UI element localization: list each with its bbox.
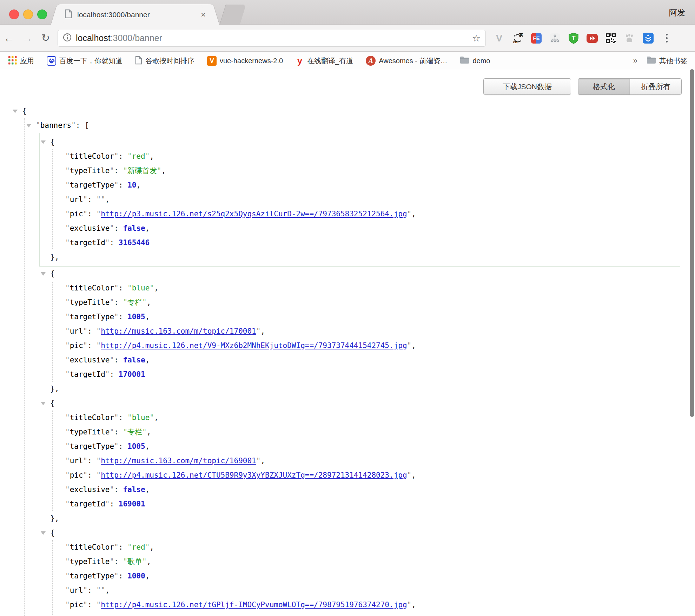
sitemap-icon[interactable]: [549, 33, 561, 44]
json-key: typeTitle: [70, 557, 110, 566]
json-field-row: "titleColor": "blue",: [65, 411, 695, 425]
fullscreen-window-button[interactable]: [37, 9, 47, 19]
json-field-row: "url": "",: [65, 583, 695, 598]
json-quote: ": [65, 457, 70, 465]
json-link[interactable]: http://p4.music.126.net/V9-MXz6b2MNhEKju…: [101, 341, 407, 350]
json-quote: ": [97, 457, 101, 465]
collapse-caret-icon[interactable]: [41, 402, 46, 405]
json-field-row: "pic": "http://p4.music.126.net/CTU5B9R9…: [65, 468, 695, 483]
json-quote: ": [114, 572, 119, 580]
json-quote: ": [110, 224, 114, 232]
json-link[interactable]: http://music.163.com/m/topic/169001: [101, 457, 256, 465]
json-object-open: {: [50, 396, 695, 411]
json-quote: ": [114, 413, 119, 422]
profile-name[interactable]: 阿发: [669, 7, 685, 18]
json-quote: ": [157, 166, 161, 175]
json-quote: ": [97, 601, 101, 609]
json-colon: :: [87, 327, 96, 335]
paw-icon[interactable]: [624, 33, 635, 44]
json-quote: ": [105, 500, 110, 508]
json-colon: :: [87, 457, 96, 465]
format-button[interactable]: 格式化: [578, 79, 630, 94]
json-link[interactable]: http://p4.music.126.net/tGPljf-IMOCyPvum…: [101, 601, 407, 609]
back-button[interactable]: ←: [0, 33, 18, 44]
bookmarks-overflow-chevron[interactable]: »: [633, 56, 637, 65]
bookmark-label: 应用: [20, 56, 34, 66]
bookmark-item[interactable]: AAwesomes - 前端资…: [366, 56, 447, 66]
json-field-row: "targetId": 170001: [65, 367, 695, 382]
json-quote: ": [145, 152, 150, 160]
browser-menu-icon[interactable]: [661, 33, 672, 44]
translate-icon[interactable]: 英en: [512, 33, 523, 44]
json-key: url: [70, 457, 83, 465]
close-window-button[interactable]: [9, 9, 19, 19]
other-bookmarks[interactable]: 其他书签: [647, 56, 687, 66]
json-link[interactable]: http://p4.music.126.net/CTU5B9R9y3XyYBZX…: [101, 471, 407, 479]
vertical-scrollbar-thumb[interactable]: [690, 69, 694, 417]
download-json-button[interactable]: 下载JSON数据: [483, 78, 571, 95]
bookmark-item[interactable]: Vvue-hackernews-2.0: [207, 56, 283, 66]
address-bar[interactable]: localhost:3000/banner ☆: [58, 30, 486, 47]
collapse-caret-icon[interactable]: [41, 272, 46, 276]
bookmark-item[interactable]: y在线翻译_有道: [296, 55, 353, 66]
json-string: 新碟首发: [127, 166, 157, 175]
json-object-open: {: [50, 267, 695, 281]
json-banners-open: "banners": [: [36, 118, 695, 133]
json-comma: ,: [260, 457, 265, 465]
json-key: targetType: [70, 442, 114, 451]
json-quote: ": [110, 356, 114, 364]
forward-button[interactable]: →: [18, 33, 37, 44]
json-field-row: "typeTitle": "专栏",: [65, 295, 695, 310]
json-brace: {: [50, 138, 55, 146]
json-key: targetId: [70, 500, 105, 508]
bookmark-star-icon[interactable]: ☆: [472, 33, 481, 44]
collect-icon[interactable]: [642, 33, 654, 44]
json-key: pic: [70, 210, 83, 218]
json-object-block: {"titleColor": "red","typeTitle": "新碟首发"…: [39, 133, 680, 267]
new-tab-button[interactable]: [219, 5, 246, 25]
tab-close-icon[interactable]: ×: [201, 11, 206, 19]
fehelper-icon[interactable]: FE: [531, 33, 542, 44]
vue-devtools-icon[interactable]: V: [494, 33, 505, 44]
json-empty-string: "": [97, 586, 105, 595]
video-download-icon[interactable]: [587, 33, 598, 44]
json-comma: ,: [147, 557, 151, 566]
bookmark-item[interactable]: 谷歌按时间排序: [135, 56, 194, 66]
info-icon[interactable]: [63, 33, 72, 43]
collapse-all-button[interactable]: 折叠所有: [630, 79, 681, 94]
svg-text:英: 英: [519, 33, 523, 37]
browser-tab[interactable]: localhost:3000/banner ×: [60, 4, 211, 25]
json-quote: ": [83, 457, 88, 465]
json-number: 1000: [127, 572, 145, 580]
json-brace: {: [22, 107, 27, 115]
tampermonkey-icon[interactable]: T: [568, 33, 579, 44]
reload-button[interactable]: ↻: [37, 33, 55, 43]
json-link[interactable]: http://p3.music.126.net/s25q2x5QyqsAzilC…: [101, 210, 407, 218]
json-quote: ": [145, 543, 150, 551]
collapse-caret-icon[interactable]: [26, 124, 31, 127]
url-path: :3000/banner: [111, 33, 162, 43]
collapse-caret-icon[interactable]: [41, 140, 46, 144]
json-field-row: "titleColor": "red",: [65, 540, 695, 555]
folder-icon: [647, 56, 656, 65]
minimize-window-button[interactable]: [23, 9, 33, 19]
json-quote: ": [97, 327, 101, 335]
collapse-caret-icon[interactable]: [13, 110, 18, 113]
json-number: 1005: [127, 442, 145, 451]
json-colon: :: [119, 313, 127, 321]
json-quote: ": [114, 181, 119, 189]
json-colon: :: [114, 428, 123, 436]
json-field-row: "typeTitle": "新碟首发",: [65, 164, 680, 178]
qrcode-icon[interactable]: [605, 33, 616, 44]
url-text[interactable]: localhost:3000/banner: [76, 33, 472, 43]
json-link[interactable]: http://music.163.com/m/topic/170001: [101, 327, 256, 335]
json-object-fields: "titleColor": "blue","typeTitle": "专栏","…: [50, 411, 695, 511]
youdao-icon: y: [296, 55, 304, 66]
svg-text:T: T: [572, 35, 576, 41]
bookmark-item[interactable]: 应用: [8, 55, 34, 66]
json-quote: ": [83, 471, 88, 479]
collapse-caret-icon[interactable]: [41, 531, 46, 535]
bookmark-item[interactable]: demo: [460, 56, 490, 65]
json-quote: ": [65, 356, 70, 364]
bookmark-item[interactable]: 百度一下，你就知道: [47, 56, 123, 66]
